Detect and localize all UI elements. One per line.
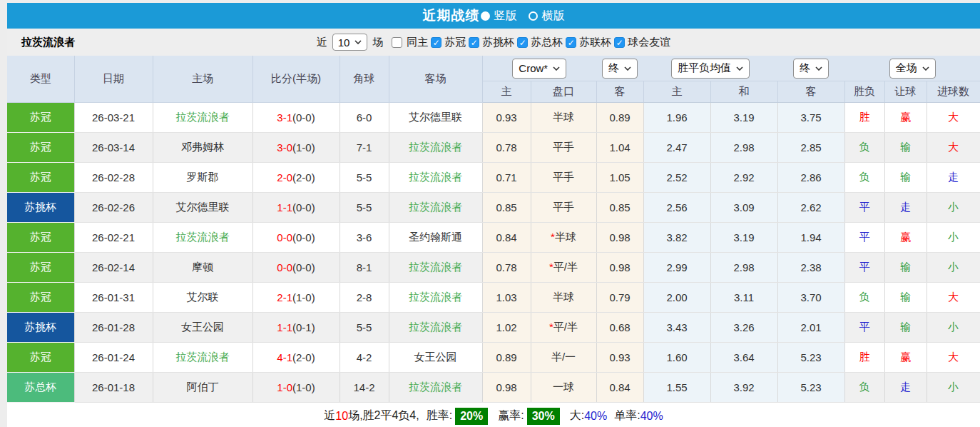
- ah-line: 平/半: [553, 321, 578, 333]
- score-half: (0-0): [292, 201, 315, 214]
- comp-checkbox-0[interactable]: ✓: [431, 37, 441, 48]
- score-half: (0-1): [292, 321, 315, 333]
- goals-flag: 大: [927, 103, 980, 133]
- ah-home-odds: 0.78: [482, 253, 531, 283]
- col-header-home: 主场: [153, 56, 252, 103]
- eu-home-odds: 3.82: [643, 223, 710, 253]
- corners: 5-5: [340, 193, 389, 223]
- comp-label-0: 苏冠: [444, 36, 466, 49]
- score-half: (1-0): [292, 141, 315, 154]
- ah-line-cell: 一球: [531, 373, 596, 403]
- chevron-down-icon: [815, 66, 822, 71]
- ah-away-odds: 0.84: [596, 373, 643, 403]
- away-team: 拉茨流浪者: [389, 163, 482, 193]
- comp-checkbox-1[interactable]: ✓: [469, 37, 479, 48]
- score-cell: 1-1(0-1): [252, 313, 340, 343]
- score-cell: 3-1(0-0): [252, 103, 340, 133]
- score-full: 0-0: [277, 261, 292, 273]
- horizontal-layout-radio[interactable]: [529, 11, 538, 21]
- result-flag: 平: [844, 253, 884, 283]
- eu-home-odds: 2.00: [643, 283, 710, 313]
- filters: 近 10 场 同主 ✓ 苏冠 ✓ 苏挑杯 ✓ 苏总杯 ✓ 苏联杯 ✓ 球会友谊: [317, 34, 671, 51]
- ah-away-odds: 1.04: [596, 133, 643, 163]
- subcol-ah-away: 客: [596, 81, 643, 103]
- horizontal-layout-label[interactable]: 横版: [542, 9, 565, 24]
- eu-home-odds: 3.43: [643, 313, 710, 343]
- summary-record: 场,胜2平4负4,: [348, 408, 419, 423]
- score-full: 1-0: [277, 381, 292, 393]
- eu-away-odds: 2.38: [777, 253, 844, 283]
- ah-away-odds: 0.93: [596, 343, 643, 373]
- score-full: 4-1: [277, 351, 292, 363]
- table-row: 苏冠 26-01-24 拉茨流浪者 4-1(2-0) 4-2 女王公园 0.89…: [7, 343, 980, 373]
- corners: 7-1: [340, 133, 389, 163]
- score-cell: 3-0(1-0): [252, 133, 340, 163]
- ah-home-odds: 0.89: [482, 343, 531, 373]
- subcol-ah-line: 盘口: [531, 81, 596, 103]
- vertical-layout-radio[interactable]: [481, 11, 490, 21]
- score-cell: 2-1(1-0): [252, 283, 340, 313]
- match-count-select[interactable]: 10: [332, 34, 368, 51]
- match-date: 26-03-21: [74, 103, 153, 133]
- handicap-time-select[interactable]: 终: [602, 59, 638, 79]
- score-full: 0-0: [277, 231, 292, 243]
- vertical-layout-label[interactable]: 竖版: [494, 9, 517, 24]
- score-full: 1-1: [277, 201, 292, 214]
- eu-away-odds: 2.85: [777, 133, 844, 163]
- comp-checkbox-4[interactable]: ✓: [614, 37, 625, 48]
- chevron-down-icon: [553, 66, 560, 71]
- ah-line: 半球: [555, 231, 576, 243]
- corners: 5-5: [340, 313, 389, 343]
- chevron-down-icon: [354, 40, 362, 44]
- col-header-score: 比分(半场): [252, 56, 340, 103]
- subcol-goals: 进球数: [927, 81, 980, 103]
- match-date: 26-01-18: [74, 373, 153, 403]
- result-flag: 负: [844, 133, 884, 163]
- corners: 3-6: [340, 223, 389, 253]
- bookmaker-select[interactable]: Crow*: [512, 59, 566, 79]
- match-type-badge: 苏冠: [7, 223, 74, 253]
- ah-line-cell: 半球: [531, 283, 596, 313]
- team-name: 拉茨流浪者: [21, 36, 75, 49]
- match-type-badge: 苏挑杯: [7, 193, 74, 223]
- ah-line: 平手: [553, 201, 574, 213]
- eu-home-odds: 2.52: [643, 163, 710, 193]
- match-date: 26-02-26: [74, 193, 153, 223]
- same-home-label: 同主: [407, 36, 428, 49]
- table-row: 苏冠 26-02-28 罗斯郡 2-0(2-0) 5-5 拉茨流浪者 0.71 …: [7, 163, 980, 193]
- subcol-eu-away: 客: [777, 81, 844, 103]
- score-cell: 1-0(1-0): [252, 373, 340, 403]
- euro-odds-type-select[interactable]: 胜平负均值: [671, 59, 750, 79]
- match-date: 26-03-14: [74, 133, 153, 163]
- subcol-eu-draw: 和: [710, 81, 777, 103]
- home-team: 邓弗姆林: [153, 133, 252, 163]
- away-team: 拉茨流浪者: [389, 253, 482, 283]
- eu-home-odds: 1.55: [643, 373, 710, 403]
- goals-flag: 小: [927, 373, 980, 403]
- handicap-flag: 输: [884, 313, 927, 343]
- same-home-checkbox[interactable]: [392, 37, 402, 48]
- ah-home-odds: 0.98: [482, 373, 531, 403]
- ah-home-odds: 0.85: [482, 193, 531, 223]
- subcol-result: 胜负: [844, 81, 884, 103]
- comp-checkbox-2[interactable]: ✓: [517, 37, 528, 48]
- comp-checkbox-3[interactable]: ✓: [566, 37, 576, 48]
- summary-near-label: 近: [324, 408, 335, 423]
- scope-select[interactable]: 全场: [889, 59, 936, 79]
- goals-flag: 小: [927, 223, 980, 253]
- ah-line: 半球: [553, 291, 574, 303]
- score-full: 3-0: [277, 141, 292, 154]
- summary-bar: 近10场,胜2平4负4, 胜率: 20% 赢率: 30% 大: 40% 单率: …: [7, 403, 980, 427]
- away-team: 拉茨流浪者: [389, 133, 482, 163]
- col-header-date: 日期: [74, 56, 153, 103]
- eu-draw-odds: 3.92: [710, 373, 777, 403]
- home-team: 摩顿: [153, 253, 252, 283]
- eu-draw-odds: 2.98: [710, 253, 777, 283]
- eu-away-odds: 5.23: [777, 343, 844, 373]
- euro-time-select[interactable]: 终: [793, 59, 829, 79]
- recent-results-panel: 近期战绩 竖版 横版 拉茨流浪者 近 10 场 同主 ✓ 苏冠 ✓ 苏挑杯 ✓ …: [7, 3, 980, 427]
- result-flag: 平: [844, 193, 884, 223]
- home-team: 拉茨流浪者: [153, 223, 252, 253]
- ah-line-cell: *平/半: [531, 253, 596, 283]
- goals-flag: 小: [927, 313, 980, 343]
